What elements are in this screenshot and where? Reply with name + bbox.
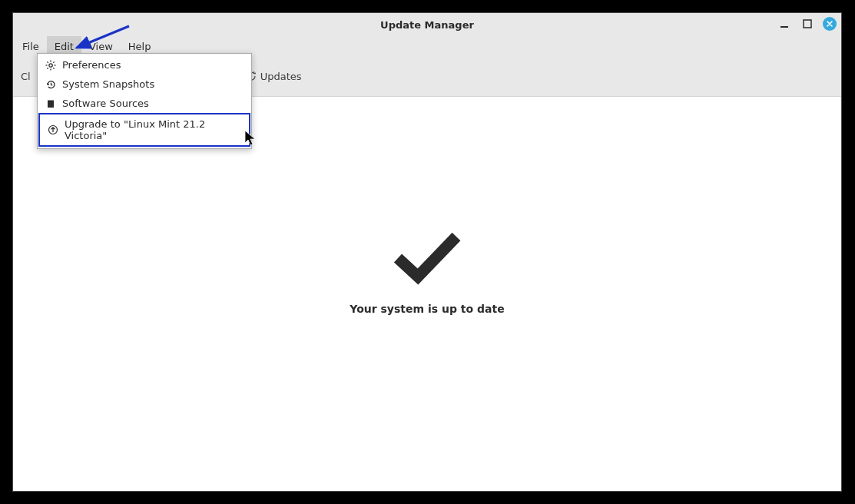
toolbar-refresh-button[interactable]: Updates [246,71,302,82]
history-icon [45,79,56,90]
menu-software-sources[interactable]: Software Sources [38,94,251,113]
menu-system-snapshots[interactable]: System Snapshots [38,75,251,94]
svg-rect-0 [780,26,788,28]
close-button[interactable] [823,17,837,31]
menu-preferences-label: Preferences [62,59,121,71]
toolbar-clear-button[interactable]: Cl [21,71,31,82]
edit-dropdown: Preferences System Snapshots Software So… [37,53,252,149]
svg-rect-11 [48,101,54,108]
titlebar: Update Manager [13,13,841,36]
minimize-button[interactable] [777,16,792,32]
upgrade-icon [48,124,58,135]
svg-line-7 [47,61,48,62]
svg-line-8 [53,68,54,68]
svg-line-9 [53,61,54,62]
menu-preferences[interactable]: Preferences [38,55,251,75]
maximize-icon [803,19,812,28]
svg-rect-1 [804,20,811,28]
maximize-button[interactable] [800,16,815,32]
menu-upgrade-label: Upgrade to "Linux Mint 21.2 Victoria" [65,118,241,141]
menu-upgrade[interactable]: Upgrade to "Linux Mint 21.2 Victoria" [38,113,250,147]
svg-point-2 [49,63,52,66]
svg-rect-12 [48,100,54,101]
gear-icon [45,60,56,71]
window-title: Update Manager [380,19,474,31]
minimize-icon [780,19,789,28]
package-icon [45,98,56,109]
main-content: Your system is up to date [13,96,841,491]
close-icon [826,20,833,28]
window-controls [777,16,837,32]
svg-line-10 [47,68,48,68]
menu-software-sources-label: Software Sources [62,98,149,109]
toolbar-clear-label: Cl [21,71,31,82]
menu-system-snapshots-label: System Snapshots [62,78,154,90]
status-check-icon [389,227,466,289]
toolbar-updates-label: Updates [260,71,302,82]
status-text: Your system is up to date [350,303,504,315]
